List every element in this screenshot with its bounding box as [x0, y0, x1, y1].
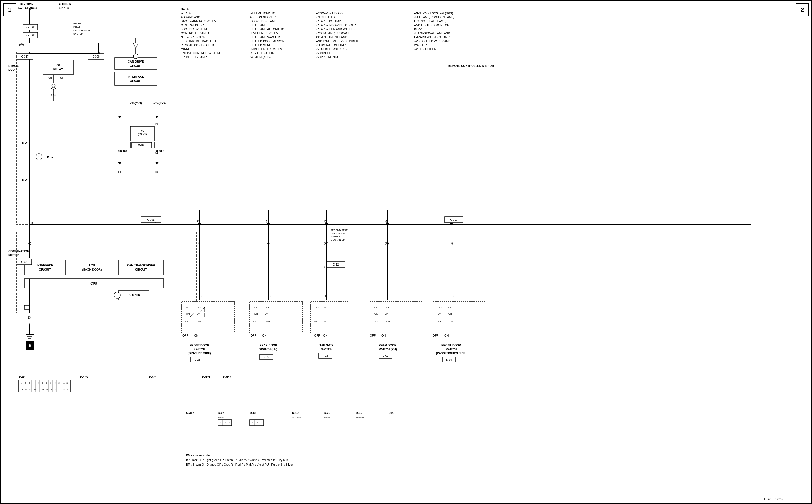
svg-text:ON: ON: [386, 320, 390, 323]
svg-rect-139: [182, 301, 235, 333]
svg-text:9: 9: [55, 382, 56, 384]
svg-text:6: 6: [26, 50, 28, 54]
svg-text:16: 16: [33, 388, 36, 390]
svg-text:1: 1: [21, 382, 22, 384]
t-g-label: <T>(G): [114, 149, 130, 153]
svg-text:OFF: OFF: [60, 77, 65, 79]
svg-text:3: 3: [29, 382, 30, 384]
svg-text:NETWORK (CAN): NETWORK (CAN): [181, 36, 205, 39]
svg-text:CIRCUIT: CIRCUIT: [130, 79, 142, 82]
svg-text:D-07: D-07: [218, 411, 224, 414]
svg-text:·WINDSHIELD WIPER AND: ·WINDSHIELD WIPER AND: [414, 39, 451, 43]
svg-text:19: 19: [155, 122, 158, 126]
svg-text:Wire colour code: Wire colour code: [186, 454, 210, 457]
svg-text:22: 22: [58, 388, 60, 390]
svg-text:OFF: OFF: [197, 306, 201, 309]
svg-text:·KEY OPERATION: ·KEY OPERATION: [250, 51, 274, 55]
svg-text:B-W: B-W: [22, 141, 28, 144]
svg-text:TUMBLE: TUMBLE: [330, 235, 340, 238]
svg-text:·SEAT BELT WARNING: ·SEAT BELT WARNING: [316, 47, 347, 51]
svg-text:·RESTRAINT SYSTEM (SRS): ·RESTRAINT SYSTEM (SRS): [414, 12, 453, 15]
svg-text:MU801536: MU801536: [218, 416, 227, 418]
svg-text:2: 2: [257, 422, 258, 424]
svg-text:HAZARD WARNING LAMP: HAZARD WARNING LAMP: [414, 36, 450, 39]
svg-text:D-07: D-07: [382, 354, 388, 357]
svg-rect-154: [250, 301, 303, 333]
svg-text:4: 4: [33, 382, 34, 384]
svg-text:1: 1: [324, 295, 326, 298]
svg-text:(G): (G): [449, 242, 453, 245]
svg-text:·SUPPLEMENTAL: ·SUPPLEMENTAL: [316, 55, 340, 59]
svg-text:COMBINATION: COMBINATION: [8, 250, 29, 253]
svg-text:3: 3: [229, 422, 230, 424]
svg-text:OFF: OFF: [433, 334, 439, 337]
svg-text:LOCKING SYSTEM: LOCKING SYSTEM: [181, 28, 207, 31]
svg-text:·IMMOBILIZER SYSTEM: ·IMMOBILIZER SYSTEM: [250, 47, 282, 51]
svg-text:ON: ON: [48, 77, 52, 79]
svg-text:★ : ABS: ★ : ABS: [181, 12, 192, 15]
svg-text:ON: ON: [186, 312, 190, 315]
svg-text:12: 12: [66, 382, 68, 384]
svg-text:·HEADLAMP WASHER: ·HEADLAMP WASHER: [250, 36, 280, 39]
svg-text:5: 5: [324, 219, 326, 222]
svg-text:OFF: OFF: [314, 320, 319, 323]
svg-text:REAR DOOR: REAR DOOR: [378, 344, 396, 347]
svg-text:16: 16: [197, 219, 200, 222]
svg-text:2: 2: [25, 382, 26, 384]
svg-text:(R): (R): [266, 242, 269, 245]
svg-text:CIRCUIT: CIRCUIT: [39, 268, 51, 271]
svg-text:15: 15: [155, 170, 158, 173]
svg-text:RELAY: RELAY: [53, 68, 63, 71]
svg-text:12: 12: [52, 86, 55, 88]
svg-marker-60: [47, 156, 50, 158]
svg-text:NOTE: NOTE: [181, 7, 189, 10]
svg-text:OFF: OFF: [185, 320, 190, 323]
svg-text:·HEADLAMP: ·HEADLAMP: [250, 24, 267, 27]
svg-text:IG1: IG1: [56, 64, 60, 67]
svg-text:6: 6: [118, 220, 119, 224]
t-rb-label: <T>(R-B): [152, 101, 167, 105]
svg-text:3: 3: [389, 295, 390, 298]
svg-text:CAN DRIVE: CAN DRIVE: [128, 60, 144, 63]
svg-text:ON: ON: [450, 320, 453, 323]
svg-text:SWITCH (LH): SWITCH (LH): [259, 348, 277, 351]
svg-text:REMOTE CONTROLLED MIRROR: REMOTE CONTROLLED MIRROR: [448, 64, 494, 67]
svg-text:1: 1: [220, 422, 221, 424]
svg-text:C-301: C-301: [149, 375, 157, 379]
svg-text:C-03: C-03: [19, 375, 25, 379]
svg-text:ON: ON: [197, 312, 200, 315]
svg-marker-76: [118, 162, 121, 165]
svg-text:C-313: C-313: [223, 375, 231, 379]
svg-text:OFF: OFF: [265, 306, 269, 309]
svg-text:FUSIBLE: FUSIBLE: [59, 3, 71, 6]
svg-text:OFF: OFF: [253, 320, 258, 323]
svg-text:POWER: POWER: [73, 26, 83, 28]
svg-text:B-W: B-W: [22, 178, 28, 181]
svg-text:OFF: OFF: [186, 306, 191, 309]
svg-text:·ILLUMINATION LAMP: ·ILLUMINATION LAMP: [316, 43, 346, 47]
svg-text:ON: ON: [266, 320, 270, 323]
svg-text:8: 8: [50, 382, 51, 384]
wiring-diagram: <F>8W <F>8W IG1 RELAY ON OFF 12 7.5A: [1, 1, 812, 504]
svg-rect-174: [370, 301, 423, 333]
svg-text:C-301: C-301: [147, 218, 154, 221]
svg-text:18: 18: [42, 388, 44, 390]
svg-text:ON: ON: [194, 334, 198, 337]
svg-text:(W): (W): [26, 242, 31, 245]
svg-text:·GLOVE BOX LAMP: ·GLOVE BOX LAMP: [250, 20, 276, 23]
svg-text:CENTRAL DOOR: CENTRAL DOOR: [181, 24, 204, 27]
svg-text:CIRCUIT: CIRCUIT: [135, 268, 147, 271]
svg-text:AIR CONDITIONER: AIR CONDITIONER: [250, 16, 276, 19]
svg-text:F-14: F-14: [387, 411, 394, 414]
svg-rect-85: [72, 260, 112, 275]
svg-text:D-25: D-25: [194, 358, 200, 361]
svg-text:BACK WARNING SYSTEM: BACK WARNING SYSTEM: [181, 20, 216, 23]
svg-text:·HEATED DOOR MIRROR: ·HEATED DOOR MIRROR: [250, 39, 284, 43]
svg-marker-63: [118, 116, 121, 118]
svg-text:3: 3: [269, 295, 271, 298]
svg-text:11: 11: [63, 382, 65, 384]
svg-text:C-309: C-309: [92, 55, 100, 58]
svg-text:OFF: OFF: [314, 334, 320, 337]
svg-text:(W): (W): [324, 242, 329, 245]
svg-text:ABS AND ASC: ABS AND ASC: [181, 16, 200, 19]
